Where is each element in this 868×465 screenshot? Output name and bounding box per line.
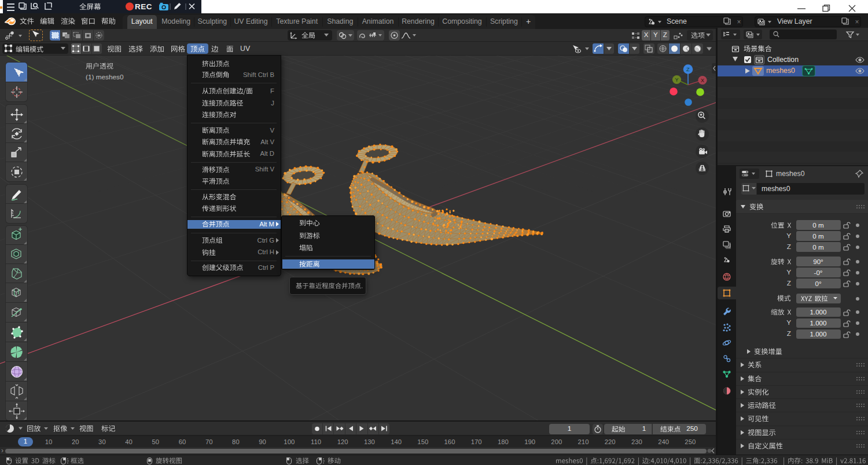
- svg-text:X: X: [701, 78, 704, 83]
- svg-text:Z: Z: [686, 66, 690, 72]
- svg-text:Y: Y: [675, 77, 678, 83]
